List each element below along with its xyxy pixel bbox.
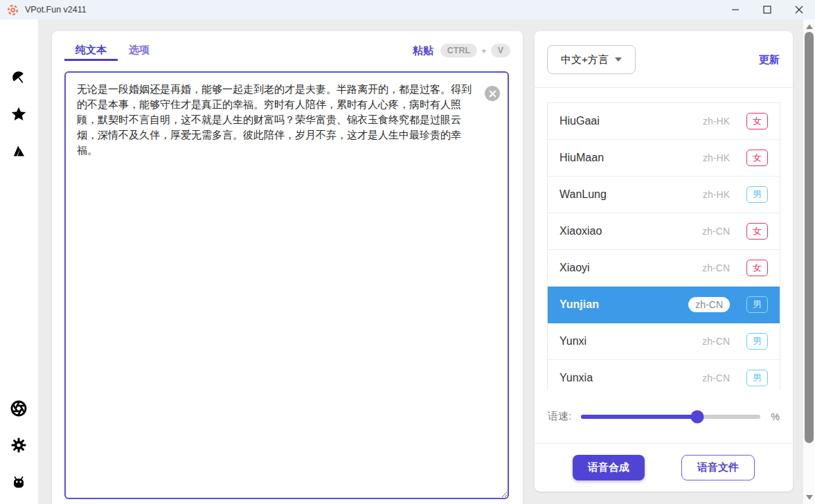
voice-locale: zh-CN <box>702 336 730 347</box>
aperture-icon[interactable] <box>10 400 27 417</box>
clear-text-button[interactable] <box>485 86 500 101</box>
minimize-button[interactable] <box>719 0 751 19</box>
plus-sign: + <box>481 46 487 56</box>
speed-section: 语速: % <box>535 390 793 443</box>
voice-name: Yunxia <box>559 372 702 384</box>
paste-label[interactable]: 粘贴 <box>413 44 433 57</box>
star-icon[interactable] <box>10 106 27 123</box>
voice-name: HiuMaan <box>559 152 703 164</box>
scrollbar-down-arrow[interactable] <box>803 492 815 503</box>
voice-row-hiumaan[interactable]: HiuMaanzh-HK女 <box>548 140 780 177</box>
app-body: 纯文本 选项 粘贴 CTRL + V 无论是一段婚姻还是再婚，能够一起走到老的才… <box>0 19 815 504</box>
voice-list: HiuGaaizh-HK女HiuMaanzh-HK女WanLungzh-HK男X… <box>547 102 780 390</box>
scrollbar-thumb[interactable] <box>805 32 814 443</box>
voice-row-wanlung[interactable]: WanLungzh-HK男 <box>548 177 780 213</box>
scrollbar-up-arrow[interactable] <box>803 21 815 32</box>
app-logo-icon <box>7 4 19 16</box>
robot-icon[interactable] <box>10 474 27 490</box>
voice-row-yunjian[interactable]: Yunjianzh-CN男 <box>548 287 780 323</box>
close-button[interactable] <box>783 0 815 19</box>
voice-locale: zh-HK <box>703 152 730 163</box>
voice-name: Yunxi <box>559 335 702 348</box>
speed-unit: % <box>771 411 780 422</box>
voice-name: Xiaoxiao <box>559 225 702 237</box>
ctrl-key-pill: CTRL <box>440 44 477 57</box>
voice-row-yunxi[interactable]: Yunxizh-CN男 <box>548 323 780 360</box>
voice-gender-badge: 男 <box>746 370 768 386</box>
voice-locale: zh-CN <box>688 297 730 312</box>
gear-icon[interactable] <box>10 437 27 453</box>
paste-hint: 粘贴 CTRL + V <box>413 40 510 61</box>
action-buttons: 语音合成 语音文件 <box>535 443 793 492</box>
window-controls <box>719 0 815 19</box>
voice-name: HiuGaai <box>559 115 703 127</box>
language-select[interactable]: 中文+方言 <box>547 45 636 74</box>
voice-locale: zh-CN <box>702 262 730 273</box>
speed-slider-fill <box>581 415 697 419</box>
speed-slider-thumb[interactable] <box>691 410 704 423</box>
language-select-value: 中文+方言 <box>561 53 609 66</box>
umbrella-icon[interactable] <box>10 69 27 86</box>
editor-panel: 纯文本 选项 粘贴 CTRL + V 无论是一段婚姻还是再婚，能够一起走到老的才… <box>52 31 523 504</box>
maximize-button[interactable] <box>751 0 783 19</box>
voice-name: Yunjian <box>559 298 688 311</box>
voice-name: WanLung <box>559 188 703 201</box>
voice-row-xiaoxiao[interactable]: Xiaoxiaozh-CN女 <box>548 213 780 250</box>
voice-locale: zh-CN <box>702 226 730 237</box>
titlebar: VPot.Fun v2411 <box>0 0 815 19</box>
tab-bar: 纯文本 选项 粘贴 CTRL + V <box>64 40 510 61</box>
voice-panel-header: 中文+方言 更新 <box>535 31 793 88</box>
tab-options[interactable]: 选项 <box>118 40 161 61</box>
v-key-pill: V <box>491 44 510 57</box>
sidebar <box>0 19 38 504</box>
voice-name: Xiaoyi <box>559 262 702 274</box>
voice-gender-badge: 女 <box>746 113 768 129</box>
chevron-down-icon <box>615 57 622 62</box>
voice-locale: zh-CN <box>702 372 730 384</box>
window-title: VPot.Fun v2411 <box>25 5 87 15</box>
voice-file-button[interactable]: 语音文件 <box>681 455 755 480</box>
voice-gender-badge: 男 <box>746 333 768 350</box>
voice-gender-badge: 女 <box>746 223 768 240</box>
voice-locale: zh-HK <box>703 189 730 200</box>
voice-locale: zh-HK <box>703 116 730 127</box>
refresh-link[interactable]: 更新 <box>759 53 780 66</box>
voice-row-hiugaai[interactable]: HiuGaaizh-HK女 <box>548 103 780 140</box>
speed-slider[interactable] <box>581 415 760 419</box>
voice-gender-badge: 男 <box>746 186 768 203</box>
window-scrollbar[interactable] <box>803 19 815 504</box>
voice-gender-badge: 女 <box>746 150 768 166</box>
voice-gender-badge: 男 <box>746 296 768 313</box>
voice-row-xiaoyi[interactable]: Xiaoyizh-CN女 <box>548 250 780 287</box>
synthesize-button[interactable]: 语音合成 <box>573 455 645 480</box>
voice-panel: 中文+方言 更新 HiuGaaizh-HK女HiuMaanzh-HK女WanLu… <box>535 31 793 492</box>
speed-label: 语速: <box>548 410 571 423</box>
voice-row-yunxia[interactable]: Yunxiazh-CN男 <box>548 360 780 390</box>
mountain-icon[interactable] <box>10 143 27 159</box>
editor-wrapper: 无论是一段婚姻还是再婚，能够一起走到老的才是夫妻。半路离开的，都是过客。得到的不… <box>64 71 509 499</box>
tab-plain-text[interactable]: 纯文本 <box>64 40 118 61</box>
main-region: 纯文本 选项 粘贴 CTRL + V 无论是一段婚姻还是再婚，能够一起走到老的才… <box>38 19 815 504</box>
voice-gender-badge: 女 <box>746 260 768 276</box>
text-input[interactable]: 无论是一段婚姻还是再婚，能够一起走到老的才是夫妻。半路离开的，都是过客。得到的不… <box>64 71 509 499</box>
